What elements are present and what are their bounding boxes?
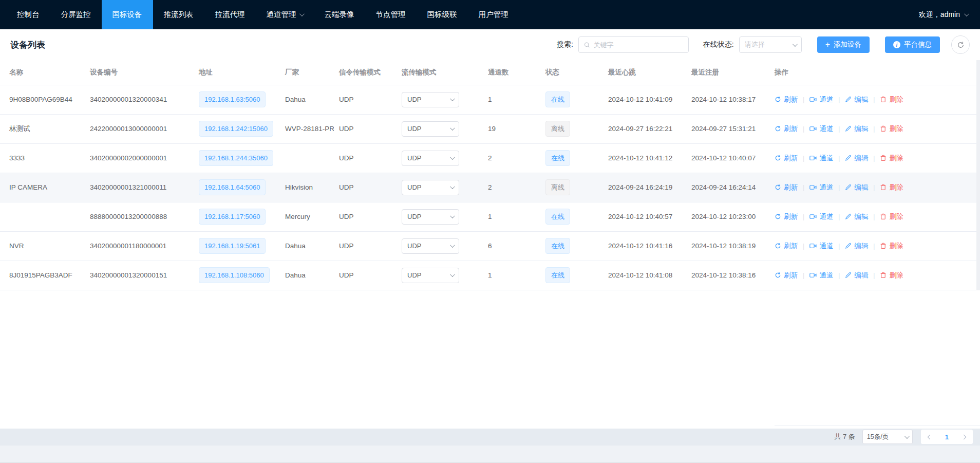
refresh-action-label: 刷新 bbox=[784, 154, 798, 163]
channel-count: 6 bbox=[483, 231, 540, 261]
delete-action[interactable]: 删除 bbox=[880, 271, 903, 280]
channel-action[interactable]: 通道 bbox=[809, 95, 833, 104]
video-camera-icon bbox=[809, 125, 817, 132]
nav-item[interactable]: 拉流代理 bbox=[204, 0, 256, 29]
table-row: IP CAMERA 34020000001321000011 192.168.1… bbox=[0, 173, 980, 202]
nav-item[interactable]: 云端录像 bbox=[314, 0, 365, 29]
signaling-mode: UDP bbox=[334, 202, 397, 231]
refresh-list-button[interactable] bbox=[951, 35, 970, 54]
platform-info-button[interactable]: i 平台信息 bbox=[885, 36, 940, 53]
edit-action[interactable]: 编辑 bbox=[845, 154, 868, 163]
channel-action[interactable]: 通道 bbox=[809, 212, 833, 221]
refresh-action[interactable]: 刷新 bbox=[775, 124, 798, 134]
channel-action[interactable]: 通道 bbox=[809, 154, 833, 163]
signaling-mode: UDP bbox=[334, 85, 397, 114]
device-name: 3333 bbox=[0, 143, 85, 173]
top-navbar: 控制台 分屏监控 国标设备 推流列表 拉流代理 通道管理 云端录像 节点管理 国… bbox=[0, 0, 980, 29]
chevron-down-icon bbox=[450, 243, 455, 248]
row-actions: 刷新 | 通道 | 编辑 | bbox=[775, 124, 975, 134]
refresh-action[interactable]: 刷新 bbox=[775, 271, 798, 280]
channel-action[interactable]: 通道 bbox=[809, 271, 833, 280]
chevron-down-icon bbox=[450, 125, 455, 131]
delete-action[interactable]: 删除 bbox=[880, 183, 903, 192]
delete-action[interactable]: 删除 bbox=[880, 124, 903, 134]
stream-mode-select[interactable]: UDP bbox=[402, 121, 459, 137]
device-name: NVR bbox=[0, 231, 85, 261]
last-heartbeat: 2024-09-24 16:24:19 bbox=[603, 173, 686, 202]
edit-action[interactable]: 编辑 bbox=[845, 242, 868, 251]
refresh-action[interactable]: 刷新 bbox=[775, 154, 798, 163]
add-device-button[interactable]: + 添加设备 bbox=[817, 36, 870, 53]
edit-action-label: 编辑 bbox=[854, 95, 868, 104]
online-status-select[interactable]: 请选择 bbox=[739, 36, 802, 53]
prev-page-button[interactable] bbox=[927, 434, 932, 439]
last-register: 2024-10-12 10:38:17 bbox=[686, 85, 769, 114]
channel-action[interactable]: 通道 bbox=[809, 124, 833, 134]
refresh-action-label: 刷新 bbox=[784, 242, 798, 251]
row-actions: 刷新 | 通道 | 编辑 | bbox=[775, 242, 975, 251]
action-divider: | bbox=[838, 155, 840, 162]
edit-action[interactable]: 编辑 bbox=[845, 183, 868, 192]
fixed-column-divider bbox=[775, 425, 980, 425]
stream-mode-select[interactable]: UDP bbox=[402, 238, 459, 254]
stream-mode-select[interactable]: UDP bbox=[402, 92, 459, 107]
refresh-action[interactable]: 刷新 bbox=[775, 183, 798, 192]
delete-action[interactable]: 删除 bbox=[880, 242, 903, 251]
trash-icon bbox=[880, 272, 887, 279]
device-id: 24220000013000000001 bbox=[85, 114, 194, 143]
page-footer bbox=[0, 446, 980, 463]
page-size-select[interactable]: 15条/页 bbox=[862, 430, 913, 444]
video-camera-icon bbox=[809, 243, 817, 249]
action-divider: | bbox=[803, 213, 804, 220]
nav-item[interactable]: 节点管理 bbox=[365, 0, 417, 29]
channel-count: 1 bbox=[483, 261, 540, 290]
delete-action-label: 删除 bbox=[889, 271, 903, 280]
nav-item[interactable]: 用户管理 bbox=[468, 0, 519, 29]
user-menu[interactable]: 欢迎，admin bbox=[907, 0, 980, 29]
channel-action[interactable]: 通道 bbox=[809, 183, 833, 192]
edit-action[interactable]: 编辑 bbox=[845, 212, 868, 221]
nav-item[interactable]: 通道管理 bbox=[256, 0, 314, 29]
stream-mode-value: UDP bbox=[407, 125, 421, 133]
delete-action[interactable]: 删除 bbox=[880, 212, 903, 221]
manufacturer: Mercury bbox=[280, 202, 334, 231]
toolbar: 设备列表 搜索: 在线状态: 请选择 + 添加设备 i 平台信息 bbox=[0, 29, 980, 60]
current-page[interactable]: 1 bbox=[945, 433, 949, 441]
last-register: 2024-10-12 10:38:16 bbox=[686, 261, 769, 290]
edit-action[interactable]: 编辑 bbox=[845, 124, 868, 134]
next-page-button[interactable] bbox=[962, 434, 967, 439]
edit-action-label: 编辑 bbox=[854, 212, 868, 221]
search-input[interactable] bbox=[594, 41, 683, 49]
stream-mode-select[interactable]: UDP bbox=[402, 180, 459, 195]
page-size-value: 15条/页 bbox=[867, 433, 889, 441]
nav-item[interactable]: 国标级联 bbox=[417, 0, 468, 29]
status-badge: 离线 bbox=[545, 179, 570, 195]
table-scrollbar[interactable] bbox=[976, 60, 980, 290]
column-header: 最近心跳 bbox=[603, 60, 686, 85]
action-divider: | bbox=[873, 125, 875, 133]
stream-mode-select[interactable]: UDP bbox=[402, 268, 459, 283]
nav-item[interactable]: 国标设备 bbox=[102, 0, 153, 29]
delete-action[interactable]: 删除 bbox=[880, 154, 903, 163]
online-status-label: 在线状态: bbox=[703, 40, 734, 49]
edit-action-label: 编辑 bbox=[854, 183, 868, 192]
nav-item[interactable]: 推流列表 bbox=[153, 0, 204, 29]
stream-mode-select[interactable]: UDP bbox=[402, 151, 459, 166]
status-badge: 在线 bbox=[545, 91, 570, 107]
last-heartbeat: 2024-10-12 10:41:12 bbox=[603, 143, 686, 173]
channel-action[interactable]: 通道 bbox=[809, 242, 833, 251]
chevron-down-icon bbox=[793, 42, 798, 47]
refresh-action[interactable]: 刷新 bbox=[775, 95, 798, 104]
stream-mode-select[interactable]: UDP bbox=[402, 209, 459, 225]
edit-action[interactable]: 编辑 bbox=[845, 95, 868, 104]
refresh-action-label: 刷新 bbox=[784, 183, 798, 192]
refresh-action[interactable]: 刷新 bbox=[775, 242, 798, 251]
info-icon: i bbox=[893, 41, 900, 48]
nav-item[interactable]: 分屏监控 bbox=[50, 0, 102, 29]
delete-action[interactable]: 删除 bbox=[880, 95, 903, 104]
refresh-action[interactable]: 刷新 bbox=[775, 212, 798, 221]
nav-item[interactable]: 控制台 bbox=[6, 0, 50, 29]
edit-action[interactable]: 编辑 bbox=[845, 271, 868, 280]
action-divider: | bbox=[873, 96, 875, 103]
last-heartbeat: 2024-10-12 10:41:09 bbox=[603, 85, 686, 114]
